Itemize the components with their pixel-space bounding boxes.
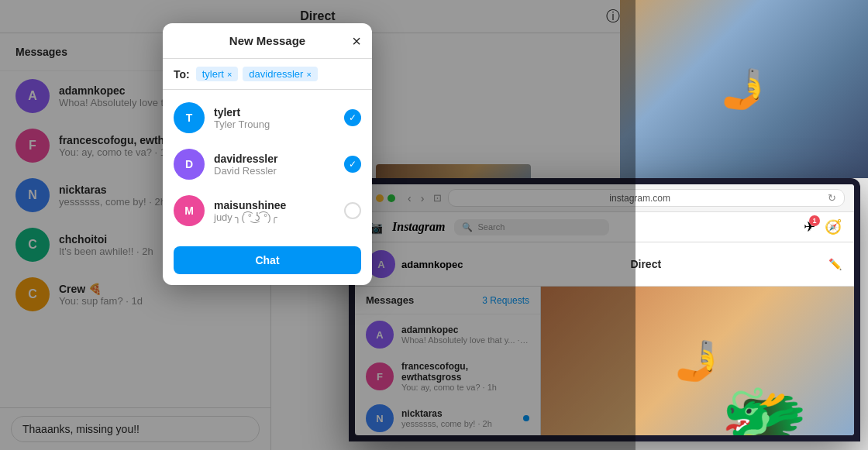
tag-davidressler[interactable]: davidressler ×: [243, 67, 318, 81]
recipient-tags: tylert × davidressler ×: [196, 67, 361, 81]
user-info: tylert Tyler Troung: [214, 106, 335, 130]
modal-real-name: judy ╮( ͡° ͜ʖ ͡°)╭: [214, 211, 335, 223]
chat-button[interactable]: Chat: [174, 246, 361, 274]
modal-header: New Message ×: [163, 23, 372, 59]
user-avatar: T: [174, 102, 205, 133]
monster-sticker: 🐲: [721, 381, 808, 435]
user-avatar: M: [174, 195, 205, 226]
modal-user-item[interactable]: T tylert Tyler Troung ✓: [163, 94, 372, 141]
compass-icon[interactable]: 🧭: [825, 218, 842, 235]
unselected-circle: [344, 202, 361, 219]
new-message-modal: New Message × To: tylert × davidressler …: [163, 23, 372, 285]
modal-real-name: David Ressler: [214, 165, 335, 177]
modal-to-row: To: tylert × davidressler ×: [163, 59, 372, 90]
modal-title: New Message: [229, 34, 305, 47]
modal-username: davidressler: [214, 153, 335, 165]
modal-user-item[interactable]: M maisunshinee judy ╮( ͡° ͜ʖ ͡°)╭: [163, 187, 372, 234]
reload-button[interactable]: ↻: [828, 192, 836, 204]
tag-davidressler-text: davidressler: [249, 68, 303, 80]
modal-username: maisunshinee: [214, 199, 335, 211]
user-info: maisunshinee judy ╮( ͡° ͜ʖ ͡°)╭: [214, 199, 335, 223]
compose-icon[interactable]: ✏️: [828, 258, 842, 270]
selected-check: ✓: [344, 156, 361, 173]
modal-user-item[interactable]: D davidressler David Ressler ✓: [163, 141, 372, 187]
notification-badge: 1: [809, 215, 820, 226]
modal-username: tylert: [214, 106, 335, 119]
tag-tylert[interactable]: tylert ×: [196, 67, 239, 81]
user-avatar: D: [174, 149, 205, 180]
to-label: To:: [174, 68, 190, 81]
modal-real-name: Tyler Troung: [214, 119, 335, 130]
tag-tylert-text: tylert: [202, 68, 224, 80]
user-suggestions-list: T tylert Tyler Troung ✓ D davidressler D…: [163, 90, 372, 239]
remove-davidressler-icon[interactable]: ×: [306, 70, 311, 79]
selected-check: ✓: [344, 109, 361, 126]
recipient-search-input[interactable]: [322, 67, 361, 81]
user-info: davidressler David Ressler: [214, 153, 335, 177]
remove-tylert-icon[interactable]: ×: [227, 70, 232, 79]
photo-content: 🤳: [673, 338, 722, 383]
direct-nav-icon-wrapper: ✈ 1: [804, 218, 815, 235]
bg-right-photo: 🤳: [620, 0, 868, 178]
close-button[interactable]: ×: [352, 33, 361, 49]
nav-icons: ✈ 1 🧭: [804, 218, 842, 235]
